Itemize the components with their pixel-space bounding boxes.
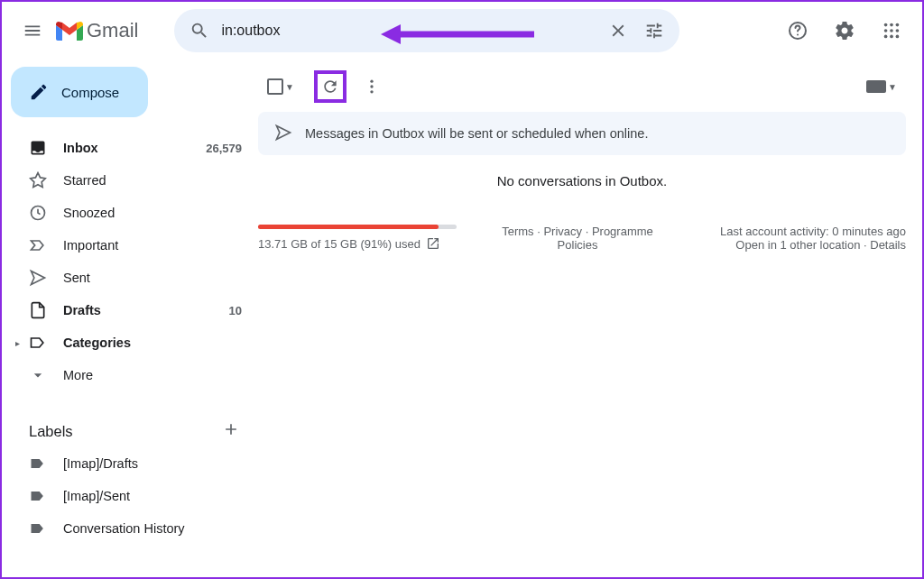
compose-label: Compose xyxy=(61,85,119,100)
label-tag-icon xyxy=(29,455,47,473)
apps-grid-icon xyxy=(882,21,901,41)
tune-icon xyxy=(644,21,664,41)
svg-point-3 xyxy=(890,23,893,27)
svg-point-10 xyxy=(896,35,900,39)
open-link-icon[interactable] xyxy=(426,236,440,251)
outbox-banner: Messages in Outbox will be sent or sched… xyxy=(258,112,906,155)
input-tools-button[interactable]: ▼ xyxy=(866,80,897,93)
support-button[interactable] xyxy=(778,11,818,51)
toolbar: ▼ ▼ xyxy=(254,60,910,103)
label-imap-drafts[interactable]: [Imap]/Drafts xyxy=(11,447,254,480)
nav-label: Drafts xyxy=(63,303,229,317)
activity-text: Last account activity: 0 minutes ago xyxy=(671,225,906,238)
search-bar[interactable] xyxy=(174,9,679,52)
refresh-icon xyxy=(321,78,339,96)
refresh-button[interactable] xyxy=(314,70,346,103)
pencil-icon xyxy=(29,82,49,102)
label-icon xyxy=(29,334,47,352)
label-conversation-history[interactable]: Conversation History xyxy=(11,512,254,545)
footer: 13.71 GB of 15 GB (91%) used Terms · Pri… xyxy=(254,207,910,270)
empty-state-text: No conversations in Outbox. xyxy=(254,155,910,207)
svg-point-4 xyxy=(896,23,900,27)
sidebar-item-sent[interactable]: Sent xyxy=(11,262,254,294)
label-tag-icon xyxy=(29,519,47,538)
important-icon xyxy=(29,236,47,254)
nav-label: Categories xyxy=(63,335,242,350)
svg-point-13 xyxy=(370,85,373,87)
nav-label: Sent xyxy=(63,271,242,285)
svg-point-2 xyxy=(884,23,888,27)
banner-text: Messages in Outbox will be sent or sched… xyxy=(305,126,648,141)
svg-point-7 xyxy=(896,29,900,32)
apps-button[interactable] xyxy=(872,11,911,51)
svg-point-9 xyxy=(890,35,893,39)
search-clear-button[interactable] xyxy=(600,21,636,41)
nav-label: More xyxy=(63,368,242,382)
inbox-icon xyxy=(29,139,47,157)
sidebar: Compose Inbox 26,579 Starred Snoozed Imp… xyxy=(2,60,254,577)
keyboard-icon xyxy=(866,80,886,93)
sidebar-item-inbox[interactable]: Inbox 26,579 xyxy=(11,132,254,164)
sidebar-item-starred[interactable]: Starred xyxy=(11,164,254,197)
sidebar-item-drafts[interactable]: Drafts 10 xyxy=(11,294,254,326)
plus-icon xyxy=(222,420,240,438)
search-options-button[interactable] xyxy=(636,21,672,41)
select-dropdown-icon[interactable]: ▼ xyxy=(285,82,294,92)
search-input[interactable] xyxy=(217,23,600,39)
draft-icon xyxy=(29,301,47,319)
gear-icon xyxy=(834,20,855,41)
details-link[interactable]: Details xyxy=(870,238,906,252)
clock-icon xyxy=(29,204,47,222)
select-all-checkbox[interactable]: ▼ xyxy=(267,78,294,95)
svg-point-8 xyxy=(884,35,888,39)
nav-count: 10 xyxy=(229,304,242,317)
chevron-down-icon: ▼ xyxy=(888,82,897,92)
location-text: Open in 1 other location xyxy=(735,238,860,252)
chevron-down-icon xyxy=(29,366,47,384)
storage-progress-bar xyxy=(258,225,457,229)
nav-label: Inbox xyxy=(63,141,206,155)
close-icon xyxy=(608,21,628,41)
compose-button[interactable]: Compose xyxy=(11,67,148,117)
nav-label: Starred xyxy=(63,173,242,188)
nav-label: Snoozed xyxy=(63,206,242,220)
labels-heading: Labels xyxy=(29,423,73,440)
sidebar-item-categories[interactable]: Categories xyxy=(11,326,254,359)
hamburger-icon xyxy=(23,21,42,41)
sidebar-item-important[interactable]: Important xyxy=(11,229,254,262)
svg-point-1 xyxy=(797,34,799,36)
storage-text: 13.71 GB of 15 GB (91%) used xyxy=(258,237,420,251)
more-vert-icon xyxy=(363,78,381,96)
gmail-logo-text: Gmail xyxy=(87,19,138,42)
nav-count: 26,579 xyxy=(206,142,242,155)
gmail-logo-icon xyxy=(56,21,83,41)
label-text: [Imap]/Drafts xyxy=(63,456,242,471)
label-text: [Imap]/Sent xyxy=(63,489,242,503)
privacy-link[interactable]: Privacy xyxy=(543,225,582,238)
more-actions-button[interactable] xyxy=(363,78,381,96)
svg-point-6 xyxy=(890,29,893,32)
label-imap-sent[interactable]: [Imap]/Sent xyxy=(11,480,254,512)
settings-button[interactable] xyxy=(825,11,864,51)
gmail-logo[interactable]: Gmail xyxy=(56,19,138,42)
star-icon xyxy=(29,171,47,189)
svg-point-12 xyxy=(370,80,373,83)
label-text: Conversation History xyxy=(63,521,242,536)
svg-point-5 xyxy=(884,29,888,32)
svg-rect-15 xyxy=(866,80,886,93)
add-label-button[interactable] xyxy=(222,420,240,442)
terms-link[interactable]: Terms xyxy=(502,225,533,238)
send-icon xyxy=(29,269,47,287)
sidebar-item-snoozed[interactable]: Snoozed xyxy=(11,197,254,229)
help-icon xyxy=(787,20,808,41)
search-icon[interactable] xyxy=(181,21,217,41)
nav-label: Important xyxy=(63,238,242,253)
svg-point-14 xyxy=(370,90,373,93)
label-tag-icon xyxy=(29,487,47,505)
main-menu-button[interactable] xyxy=(13,11,52,51)
sidebar-item-more[interactable]: More xyxy=(11,359,254,391)
send-icon xyxy=(274,124,292,142)
